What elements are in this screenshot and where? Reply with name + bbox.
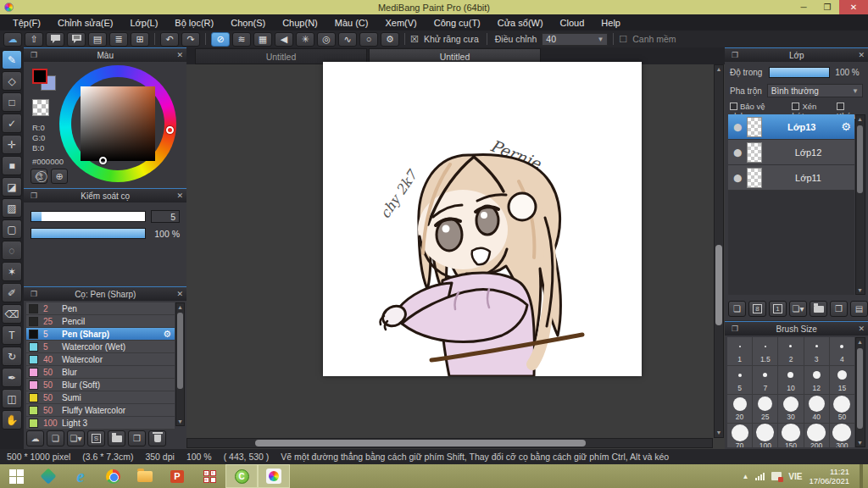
brush-size-cell[interactable]: 25	[753, 395, 777, 423]
layer-list-scrollbar[interactable]: ▲ ▼	[855, 114, 865, 295]
brush-settings-gear-icon[interactable]: ⚙	[163, 329, 171, 340]
menu-layer[interactable]: Lớp(L)	[122, 16, 165, 30]
eraser-tool-icon[interactable]: ◇	[2, 71, 22, 91]
close-icon[interactable]: ✕	[176, 51, 183, 59]
menu-window[interactable]: Cửa sổ(W)	[490, 16, 551, 30]
close-icon[interactable]: ✕	[858, 324, 865, 333]
select-pen-tool-icon[interactable]: ✐	[2, 283, 22, 302]
add-8bit-layer-icon[interactable]: 8	[748, 301, 766, 317]
color-wheel[interactable]	[59, 65, 176, 182]
brush-size-cell[interactable]: 7	[753, 366, 777, 394]
close-icon[interactable]: ✕	[858, 51, 865, 59]
select-eraser-tool-icon[interactable]: ⌫	[2, 304, 22, 324]
soft-edge-checkbox[interactable]: ☐	[619, 34, 627, 45]
concentric-icon[interactable]: ◎	[317, 32, 336, 47]
comment-list-icon[interactable]	[67, 32, 86, 47]
visibility-icon[interactable]: ⬤	[728, 123, 747, 131]
taskbar-chrome[interactable]	[97, 464, 129, 488]
correction-off-icon[interactable]: ⊘	[211, 32, 230, 47]
add-1bit-layer-icon[interactable]: 1	[769, 301, 787, 317]
menu-cloud[interactable]: Cloud	[553, 16, 593, 30]
taskbar-bluestacks[interactable]	[32, 464, 64, 488]
brush-row[interactable]: 100Light 3	[26, 417, 175, 430]
brush-size-cell[interactable]: 200	[804, 424, 829, 447]
brush-row[interactable]: 40Watercolor	[26, 353, 175, 366]
close-icon[interactable]: ✕	[176, 290, 183, 298]
layer-settings-gear-icon[interactable]: ⚙	[841, 120, 851, 133]
menu-select[interactable]: Chọn(S)	[223, 16, 273, 30]
brush-row[interactable]: 5Watercolor (Wet)	[26, 341, 175, 353]
radial-icon[interactable]: ✳	[296, 32, 314, 47]
menu-edit[interactable]: Chỉnh sửa(E)	[50, 16, 120, 30]
divide-tool-icon[interactable]: ◫	[2, 389, 22, 408]
brush-row[interactable]: 50Sumi	[26, 391, 175, 404]
canvas-horizontal-scrollbar[interactable]	[186, 438, 713, 448]
brush-size-cell[interactable]: 1	[727, 337, 752, 365]
cloud-save-icon[interactable]: ☁	[3, 32, 22, 47]
add-brush-menu-icon[interactable]: ❏▾	[67, 430, 85, 446]
layer-row-selected[interactable]: ⬤ Lớp13 ⚙	[728, 114, 854, 140]
audio-device-icon[interactable]	[771, 472, 782, 480]
scroll-up-icon[interactable]: ▲	[176, 303, 184, 311]
menu-color[interactable]: Màu (C)	[327, 16, 376, 30]
gradient-tool-icon[interactable]: ▨	[2, 198, 22, 218]
brush-row[interactable]: 50Fluffy Watercolor	[26, 404, 175, 417]
checklist-icon[interactable]: ≣	[109, 32, 128, 47]
brush-size-cell[interactable]: 3	[804, 337, 829, 365]
start-button[interactable]	[0, 464, 32, 488]
undo-icon[interactable]: ↶	[160, 32, 179, 47]
popout-icon[interactable]: ❐	[732, 324, 738, 333]
scroll-down-icon[interactable]: ▼	[715, 429, 723, 437]
brush-row[interactable]: 2Pen	[26, 302, 175, 315]
taskbar-powerpoint[interactable]: P	[161, 464, 193, 488]
brush-opacity-slider[interactable]	[31, 228, 146, 239]
brush-size-cell[interactable]: 2	[778, 337, 803, 365]
visibility-icon[interactable]: ⬤	[728, 174, 747, 182]
shape-brush-tool-icon[interactable]: □	[2, 92, 22, 112]
scroll-down-icon[interactable]: ▼	[856, 286, 864, 294]
popout-icon[interactable]: ❐	[31, 290, 37, 298]
brush-row[interactable]: 25Pencil	[26, 315, 175, 328]
brush-size-cell[interactable]: 1.5	[753, 337, 777, 365]
popout-icon[interactable]: ❐	[31, 191, 37, 200]
popout-icon[interactable]: ❐	[31, 51, 37, 59]
ellipse-icon[interactable]: ○	[359, 32, 378, 47]
clock[interactable]: 11:21 17/06/2021	[809, 467, 849, 486]
move-tool-icon[interactable]: ✛	[2, 135, 22, 154]
visibility-icon[interactable]: ⬤	[728, 148, 747, 157]
brush-size-scrollbar[interactable]: ▲ ▼	[855, 337, 865, 447]
add-layer-menu-icon[interactable]: ❏▾	[789, 301, 807, 317]
blend-mode-dropdown[interactable]: Bình thường▼	[767, 84, 863, 97]
layer-row[interactable]: ⬤ Lớp11	[728, 165, 854, 191]
taskbar-unikey[interactable]: utn	[193, 464, 225, 488]
layer-folder-icon[interactable]	[810, 301, 827, 317]
taskbar-medibang[interactable]	[258, 464, 290, 488]
brush-tool-icon[interactable]: ✎	[2, 50, 22, 69]
adjust-dropdown[interactable]: 40▼	[542, 33, 608, 46]
correction-grid-icon[interactable]: ▦	[253, 32, 272, 47]
brush-list-scrollbar[interactable]: ▲ ▼	[175, 302, 185, 426]
control-point-tool-icon[interactable]: ✓	[2, 114, 22, 133]
redo-icon[interactable]: ↷	[181, 32, 200, 47]
drawing-canvas[interactable]: Pernie chy 2k7	[323, 62, 642, 376]
duplicate-brush-icon[interactable]: ❐	[128, 430, 146, 446]
fill-shape-tool-icon[interactable]: ■	[2, 156, 22, 175]
curve-icon[interactable]: ∿	[338, 32, 357, 47]
transparent-color-swatch[interactable]	[32, 99, 49, 116]
menu-filter[interactable]: Bộ lọc(R)	[167, 16, 221, 30]
brush-size-cell[interactable]: 70	[727, 424, 752, 447]
brush-row-selected[interactable]: 5Pen (Sharp)⚙	[26, 328, 175, 341]
brush-size-cell[interactable]: 12	[804, 366, 829, 394]
close-icon[interactable]: ✕	[176, 191, 183, 200]
saturation-value-box[interactable]	[81, 86, 155, 161]
select-tool-icon[interactable]: ▢	[2, 219, 22, 239]
document-icon[interactable]: ▤	[88, 32, 107, 47]
brush-size-value[interactable]: 5	[151, 210, 180, 223]
brush-size-cell[interactable]: 5	[727, 366, 752, 394]
taskbar-coccoc[interactable]: C	[225, 464, 258, 488]
brush-size-cell[interactable]: 20	[727, 395, 752, 423]
brush-size-cell[interactable]: 100	[753, 424, 777, 447]
brush-folder-icon[interactable]	[108, 430, 125, 446]
show-desktop-button[interactable]	[860, 464, 863, 488]
brush-size-cell[interactable]: 15	[830, 366, 854, 394]
